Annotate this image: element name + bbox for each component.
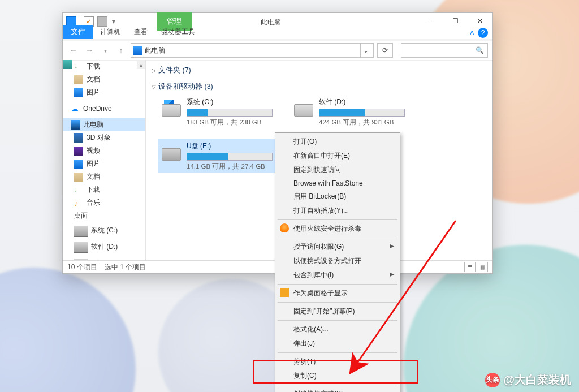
context-menu-label: 作为桌面格子显示 [293,289,348,297]
titlebar[interactable]: ▾ 管理 此电脑 — ☐ ✕ 文件 计算机 查看 驱动器工具 ᐱ ? [63,13,492,40]
context-menu-label: 弹出(J) [293,339,315,347]
context-menu-item[interactable]: 作为桌面格子显示 [276,286,399,300]
drive-icon [161,144,182,161]
navigation-pane[interactable]: ▲ 下载文档图片OneDrive此电脑3D 对象视频图片文档下载音乐桌面系统 (… [63,60,146,261]
sidebar-item[interactable]: OneDrive [63,102,145,115]
scroll-up-icon[interactable]: ▲ [137,61,145,69]
sidebar-item-label: OneDrive [83,105,112,113]
dl-icon [74,62,83,71]
context-menu-label: 在新窗口中打开(E) [293,152,350,160]
chevron-down-icon: ▽ [152,84,156,90]
desktop-icon [63,60,72,69]
tab-computer[interactable]: 计算机 [93,25,127,39]
view-icons-button[interactable]: ▦ [477,262,488,272]
collapse-ribbon-icon[interactable]: ᐱ [470,29,474,37]
close-button[interactable]: ✕ [468,13,492,29]
context-menu-item[interactable]: 固定到快速访问 [276,163,399,177]
context-menu-item[interactable]: Browse with FastStone [276,177,399,189]
context-menu-item[interactable]: 以便携式设备方式打开 [276,254,399,268]
drive-name: 软件 (D:) [319,97,411,107]
drive-icon [74,242,88,253]
tab-drive-tools[interactable]: 驱动器工具 [154,25,202,39]
sidebar-item-label: 音乐 [87,198,100,208]
drive-stat: 183 GB 可用，共 238 GB [187,118,278,127]
group-folders-label: 文件夹 (7) [158,66,191,75]
drive-item[interactable]: 软件 (D:)424 GB 可用，共 931 GB [291,95,413,129]
context-menu-item[interactable]: 启用 BitLocker(B) [276,189,399,204]
tab-view[interactable]: 查看 [127,25,154,39]
source-watermark: 头条 @大白菜装机 [485,372,571,387]
context-menu-label: 启用 BitLocker(B) [293,192,346,200]
context-menu-label: Browse with FastStone [293,179,363,187]
sidebar-item[interactable]: 3D 对象 [63,131,145,144]
drive-item[interactable]: 系统 (C:)183 GB 可用，共 238 GB [158,95,280,129]
context-menu-item[interactable]: 包含到库中(I)▶ [276,268,399,282]
address-dropdown-icon[interactable]: ⌄ [360,44,371,57]
view-switcher: ≣ ▦ [464,262,488,272]
sidebar-item[interactable]: 此电脑 [63,118,145,131]
context-menu-item[interactable]: 使用火绒安全进行杀毒 [276,222,399,236]
context-separator [278,302,397,303]
drive-usage-bar [319,109,405,117]
sidebar-item[interactable]: 桌面 [63,209,145,222]
sidebar-item[interactable]: 视频 [63,144,145,157]
sidebar-item-label: 3D 对象 [87,133,111,143]
grid-icon [280,288,289,297]
address-text: 此电脑 [145,46,358,55]
help-button[interactable]: ? [478,28,488,38]
search-icon: 🔍 [476,46,484,54]
nav-history-dropdown[interactable]: ▾ [99,44,111,57]
context-menu-item[interactable]: 创建快捷方式(S) [276,387,399,392]
context-menu-label: 固定到快速访问 [293,166,341,174]
context-menu-item[interactable]: 在新窗口中打开(E) [276,149,399,163]
nav-up-button[interactable]: ↑ [115,44,127,57]
music-icon [74,199,83,208]
context-menu-label: 使用火绒安全进行杀毒 [293,225,361,232]
group-folders-header[interactable]: ▷ 文件夹 (7) [150,62,488,79]
group-devices-header[interactable]: ▽ 设备和驱动器 (3) [150,79,488,95]
sidebar-item[interactable]: 图片 [63,86,145,99]
sidebar-item[interactable]: 音乐 [63,196,145,209]
drive-item[interactable]: U盘 (E:)14.1 GB 可用，共 27.4 GB [158,139,280,173]
address-bar[interactable]: 此电脑 ⌄ [131,43,374,58]
sidebar-item[interactable]: 软件 (D:) [63,239,145,255]
sidebar-item[interactable]: 下载 [63,183,145,196]
sidebar-item[interactable]: 文档 [63,73,145,86]
drive-info: 系统 (C:)183 GB 可用，共 238 GB [187,97,278,127]
sidebar-item[interactable]: 图片 [63,157,145,170]
context-menu-item[interactable]: 格式化(A)... [276,322,399,337]
nav-forward-button[interactable]: → [83,44,96,57]
context-menu-label: 打开(O) [293,137,317,145]
sidebar-item[interactable]: 文档 [63,170,145,183]
drive-name: U盘 (E:) [187,141,278,151]
context-menu-label: 授予访问权限(G) [293,243,344,251]
sidebar-item[interactable]: 下载 [63,60,145,73]
sidebar-item-label: 此电脑 [83,120,103,130]
sidebar-item-label: 桌面 [74,211,88,221]
context-menu-item[interactable]: 打开(O) [276,135,399,149]
context-menu-item[interactable]: 弹出(J) [276,337,399,351]
context-separator [278,238,397,238]
context-separator [278,352,397,353]
context-menu-item[interactable]: 固定到"开始"屏幕(P) [276,304,399,318]
search-input[interactable]: 🔍 [401,43,488,58]
doc-icon [74,75,83,84]
minimize-button[interactable]: — [418,13,443,29]
tab-file[interactable]: 文件 [63,25,93,39]
context-menu-label: 格式化(A)... [293,325,329,333]
doc-icon [74,173,83,182]
drive-name: 系统 (C:) [187,97,278,107]
nav-back-button[interactable]: ← [67,44,80,57]
sidebar-scrollbar[interactable]: ▲ [137,61,145,146]
context-menu-item[interactable]: 打开自动播放(Y)... [276,204,399,218]
sidebar-item-label: 下载 [87,185,100,195]
drive-usage-bar [187,109,273,117]
chevron-right-icon: ▷ [152,67,156,74]
drive-info: U盘 (E:)14.1 GB 可用，共 27.4 GB [187,141,278,171]
view-details-button[interactable]: ≣ [464,262,476,272]
sidebar-item[interactable]: 系统 (C:) [63,222,145,239]
context-menu-item[interactable]: 授予访问权限(G)▶ [276,240,399,254]
drive-icon [161,100,182,117]
refresh-button[interactable]: ⟳ [377,43,393,58]
maximize-button[interactable]: ☐ [443,13,468,29]
